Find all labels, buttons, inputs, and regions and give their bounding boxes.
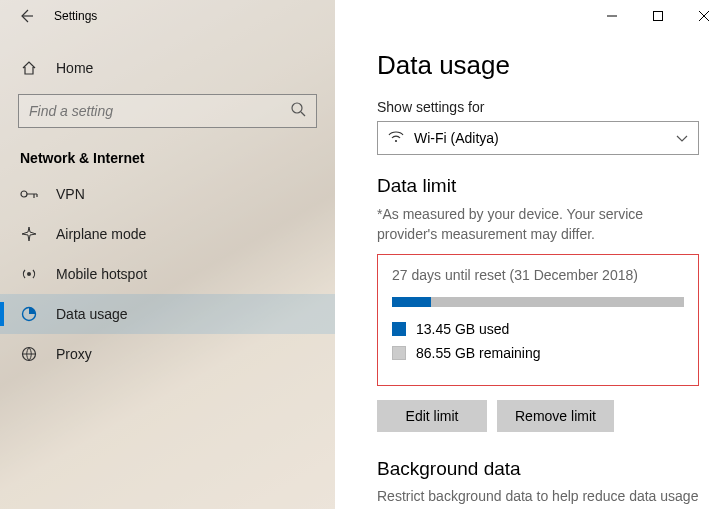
- search-box[interactable]: [18, 94, 317, 128]
- usage-progress-fill: [392, 297, 431, 307]
- legend-remaining: 86.55 GB remaining: [392, 345, 684, 361]
- sidebar-item-vpn[interactable]: VPN: [0, 174, 335, 214]
- swatch-used: [392, 322, 406, 336]
- legend-used: 13.45 GB used: [392, 321, 684, 337]
- main-content: Data usage Show settings for Wi-Fi (Adit…: [335, 0, 727, 509]
- nav-label: VPN: [56, 186, 85, 202]
- hotspot-icon: [20, 266, 38, 282]
- nav-label: Airplane mode: [56, 226, 146, 242]
- sidebar-item-hotspot[interactable]: Mobile hotspot: [0, 254, 335, 294]
- svg-rect-0: [654, 12, 663, 21]
- usage-progress: [392, 297, 684, 307]
- nav-label: Proxy: [56, 346, 92, 362]
- svg-point-3: [27, 272, 31, 276]
- edit-limit-button[interactable]: Edit limit: [377, 400, 487, 432]
- background-data-note: Restrict background data to help reduce …: [377, 488, 699, 504]
- data-limit-note: *As measured by your device. Your servic…: [377, 205, 699, 244]
- vpn-icon: [20, 186, 38, 202]
- svg-point-1: [292, 103, 302, 113]
- background-data-title: Background data: [377, 458, 699, 480]
- swatch-remaining: [392, 346, 406, 360]
- svg-point-2: [21, 191, 27, 197]
- data-usage-icon: [20, 306, 38, 322]
- reset-text: 27 days until reset (31 December 2018): [392, 267, 684, 283]
- search-input[interactable]: [29, 103, 290, 119]
- network-selected: Wi-Fi (Aditya): [414, 130, 499, 146]
- section-title: Network & Internet: [0, 140, 335, 174]
- proxy-icon: [20, 346, 38, 362]
- used-text: 13.45 GB used: [416, 321, 509, 337]
- nav-label: Data usage: [56, 306, 128, 322]
- page-title: Data usage: [377, 50, 699, 81]
- sidebar-item-airplane[interactable]: Airplane mode: [0, 214, 335, 254]
- wifi-icon: [388, 130, 404, 146]
- minimize-button[interactable]: [589, 0, 635, 32]
- maximize-button[interactable]: [635, 0, 681, 32]
- data-limit-title: Data limit: [377, 175, 699, 197]
- sidebar: Home Network & Internet VPN Airplane mod…: [0, 0, 335, 509]
- back-button[interactable]: [18, 8, 34, 24]
- search-icon: [290, 101, 306, 121]
- home-link[interactable]: Home: [0, 50, 335, 86]
- home-label: Home: [56, 60, 93, 76]
- window-title: Settings: [54, 9, 97, 23]
- remove-limit-button[interactable]: Remove limit: [497, 400, 614, 432]
- sidebar-item-data-usage[interactable]: Data usage: [0, 294, 335, 334]
- remaining-text: 86.55 GB remaining: [416, 345, 541, 361]
- show-for-label: Show settings for: [377, 99, 699, 115]
- network-dropdown[interactable]: Wi-Fi (Aditya): [377, 121, 699, 155]
- nav-label: Mobile hotspot: [56, 266, 147, 282]
- sidebar-item-proxy[interactable]: Proxy: [0, 334, 335, 374]
- close-button[interactable]: [681, 0, 727, 32]
- chevron-down-icon: [676, 130, 688, 146]
- home-icon: [20, 60, 38, 76]
- data-limit-box: 27 days until reset (31 December 2018) 1…: [377, 254, 699, 386]
- airplane-icon: [20, 226, 38, 242]
